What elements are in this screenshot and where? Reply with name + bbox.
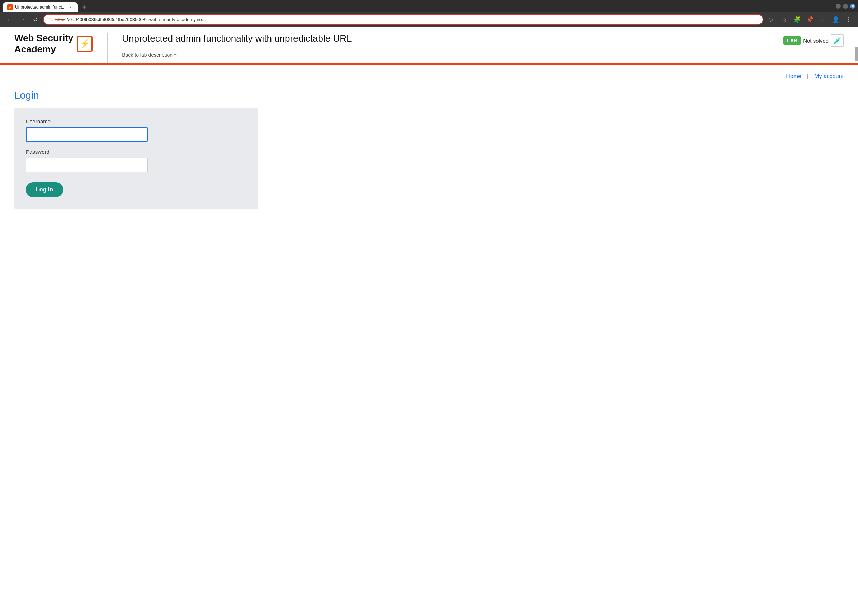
url-display: https://0a0400fb036c6ef083c1fbd700350082…	[55, 17, 206, 22]
navigation-bar: ← → ↺ ⚠ https://0a0400fb036c6ef083c1fbd7…	[0, 12, 858, 27]
address-bar[interactable]: ⚠ https://0a0400fb036c6ef083c1fbd7003500…	[43, 14, 763, 25]
nav-right-icons: ▷ ☆ 🧩 📌 ▭ 👤 ⋮	[766, 15, 854, 25]
lab-flask-icon[interactable]: 🧪	[831, 34, 844, 47]
password-label: Password	[26, 149, 247, 155]
window-minimize-button[interactable]	[836, 3, 841, 9]
tab-bar-right: ✕	[836, 3, 855, 11]
logo-text-area: Web Security Academy	[14, 33, 73, 55]
window-close-button[interactable]: ✕	[850, 3, 855, 9]
lab-badge: LAB	[783, 36, 801, 45]
my-account-link[interactable]: My account	[814, 73, 844, 79]
forward-button[interactable]: →	[17, 15, 27, 25]
tab-favicon: ⚡	[7, 4, 13, 10]
back-button[interactable]: ←	[4, 15, 14, 25]
page-wrapper: Web Security Academy ⚡ Unprotected admin…	[0, 27, 858, 614]
url-rest: ://	[65, 17, 69, 22]
tab-title: Unprotected admin funct...	[15, 5, 66, 10]
tab-bar: ⚡ Unprotected admin funct... ✕ + ✕	[0, 0, 858, 12]
share-icon[interactable]: ▷	[766, 15, 776, 25]
bookmark-icon[interactable]: ☆	[779, 15, 789, 25]
pin-icon[interactable]: 📌	[805, 15, 815, 25]
back-link-text: Back to lab description	[122, 52, 173, 58]
site-header: Web Security Academy ⚡ Unprotected admin…	[0, 27, 858, 65]
top-nav: Home | My account	[14, 73, 844, 79]
login-button[interactable]: Log in	[26, 182, 63, 197]
logo-line1: Web Security	[14, 33, 73, 43]
url-scheme: https	[55, 17, 65, 22]
lab-info: Unprotected admin functionality with unp…	[122, 33, 844, 64]
login-form-container: Username Password Log in	[14, 108, 258, 209]
header-divider	[107, 33, 107, 64]
scrollbar[interactable]	[855, 47, 858, 61]
home-link[interactable]: Home	[786, 73, 801, 79]
url-host: 0a0400fb036c6ef083c1fbd700350082.web-sec…	[69, 17, 206, 22]
lab-status: Not solved	[803, 38, 828, 44]
password-input[interactable]	[26, 158, 148, 172]
logo-line2: Academy	[14, 44, 56, 54]
window-maximize-button[interactable]	[843, 3, 848, 9]
logo-text: Web Security Academy	[14, 33, 73, 55]
username-label: Username	[26, 118, 247, 124]
nav-separator: |	[807, 73, 808, 79]
new-tab-button[interactable]: +	[79, 2, 89, 12]
tab-close-button[interactable]: ✕	[68, 4, 73, 10]
logo-area: Web Security Academy ⚡	[14, 33, 93, 61]
back-to-lab-link[interactable]: Back to lab description »	[122, 52, 844, 58]
username-input[interactable]	[26, 127, 148, 142]
login-heading: Login	[14, 90, 844, 101]
password-group: Password	[26, 149, 247, 172]
profile-icon[interactable]: 👤	[831, 15, 841, 25]
back-link-arrow: »	[174, 52, 177, 58]
main-content: Home | My account Login Username Passwor…	[0, 65, 858, 217]
active-tab[interactable]: ⚡ Unprotected admin funct... ✕	[3, 2, 78, 12]
username-group: Username	[26, 118, 247, 142]
extensions-icon[interactable]: 🧩	[792, 15, 802, 25]
logo-icon: ⚡	[77, 36, 93, 52]
tablet-mode-icon[interactable]: ▭	[818, 15, 828, 25]
security-warning-icon: ⚠	[49, 17, 53, 22]
reload-button[interactable]: ↺	[30, 15, 40, 25]
lab-title: Unprotected admin functionality with unp…	[122, 33, 351, 45]
browser-chrome: ⚡ Unprotected admin funct... ✕ + ✕ ← → ↺…	[0, 0, 858, 27]
menu-icon[interactable]: ⋮	[844, 15, 854, 25]
